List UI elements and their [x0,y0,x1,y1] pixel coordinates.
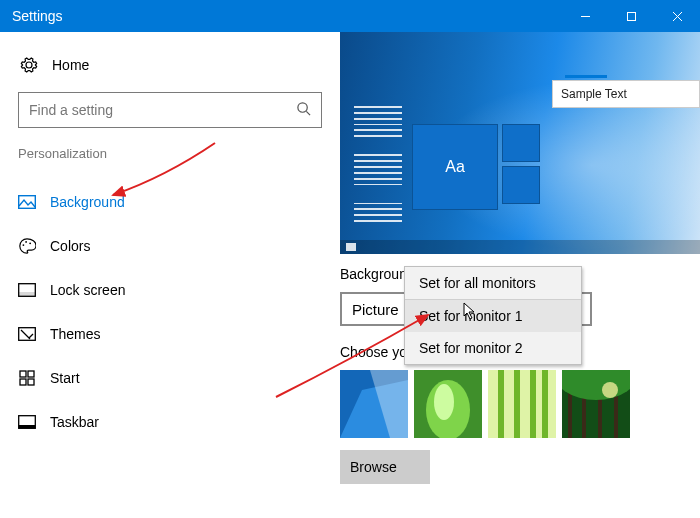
svg-point-7 [23,244,25,246]
home-nav[interactable]: Home [20,56,322,74]
sidebar: Home Find a setting Personalization Back… [0,32,340,518]
maximize-button[interactable] [608,0,654,32]
sidebar-item-lockscreen[interactable]: Lock screen [18,271,322,309]
titlebar-buttons [562,0,700,32]
cursor-icon [463,302,477,323]
svg-rect-17 [28,379,34,385]
home-label: Home [52,57,89,73]
svg-point-8 [25,241,27,243]
sidebar-item-themes[interactable]: Themes [18,315,322,353]
picture-thumbnails [340,370,630,438]
svg-rect-14 [20,371,26,377]
preview-window: Sample Text [552,80,700,108]
search-box[interactable]: Find a setting [18,92,322,128]
start-icon [18,370,36,386]
svg-rect-27 [498,370,504,438]
section-label: Personalization [18,146,322,161]
context-menu: Set for all monitors Set for monitor 1 S… [404,266,582,365]
sidebar-item-label: Lock screen [50,282,125,298]
thumb-green-leaf[interactable] [414,370,482,438]
minimize-button[interactable] [562,0,608,32]
thumb-forest[interactable] [562,370,630,438]
menu-item-set-monitor-2[interactable]: Set for monitor 2 [405,332,581,364]
image-icon [18,195,36,209]
menu-item-set-all-monitors[interactable]: Set for all monitors [405,267,581,300]
svg-point-4 [298,103,307,112]
gear-icon [20,56,38,74]
preview-startmenu [354,104,402,224]
svg-rect-11 [19,292,35,296]
palette-icon [18,237,36,255]
search-icon [296,101,311,119]
window-title: Settings [12,8,63,24]
sidebar-item-start[interactable]: Start [18,359,322,397]
lockscreen-icon [18,283,36,297]
dropdown-value: Picture [352,301,399,318]
sidebar-item-colors[interactable]: Colors [18,227,322,265]
sidebar-item-label: Background [50,194,125,210]
sidebar-item-background[interactable]: Background [18,183,322,221]
window-body: Home Find a setting Personalization Back… [0,32,700,518]
menu-item-set-monitor-1[interactable]: Set for monitor 1 [405,300,581,332]
search-placeholder: Find a setting [29,102,113,118]
svg-rect-15 [28,371,34,377]
svg-rect-29 [530,370,536,438]
svg-point-9 [29,242,31,244]
thumb-windows-default[interactable] [340,370,408,438]
svg-rect-30 [542,370,548,438]
svg-line-5 [306,111,310,115]
sidebar-item-label: Start [50,370,80,386]
sidebar-item-label: Taskbar [50,414,99,430]
close-button[interactable] [654,0,700,32]
preview-tile-aa: Aa [412,124,498,210]
svg-point-25 [434,384,454,420]
svg-point-37 [602,382,618,398]
titlebar: Settings [0,0,700,32]
themes-icon [18,327,36,341]
svg-rect-1 [627,12,635,20]
sidebar-item-label: Colors [50,238,90,254]
desktop-preview: Aa Sample Text [340,32,700,254]
svg-rect-6 [19,196,36,209]
main-pane: Aa Sample Text Background Picture Choose… [340,32,700,518]
preview-taskbar [340,240,700,254]
settings-window: Settings Home Find a setting Personaliza… [0,0,700,518]
thumb-bamboo[interactable] [488,370,556,438]
taskbar-icon [18,415,36,429]
preview-tile-small-2 [502,166,540,204]
svg-rect-28 [514,370,520,438]
sidebar-item-taskbar[interactable]: Taskbar [18,403,322,441]
svg-rect-16 [20,379,26,385]
svg-rect-19 [19,425,36,428]
browse-button[interactable]: Browse [340,450,430,484]
sidebar-item-label: Themes [50,326,101,342]
preview-tile-small-1 [502,124,540,162]
